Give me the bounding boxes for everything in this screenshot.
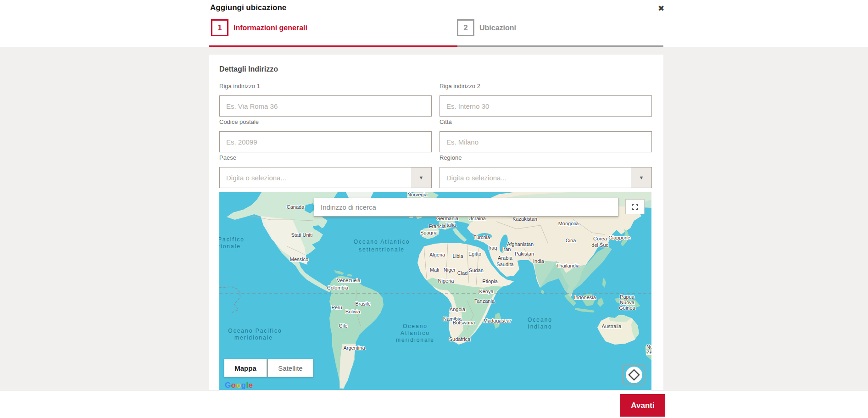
map-label: Nuova bbox=[620, 300, 635, 305]
address2-input[interactable] bbox=[440, 95, 652, 117]
map-label: Botswana bbox=[453, 320, 475, 325]
map-label: Turchia bbox=[473, 234, 490, 240]
pan-control[interactable] bbox=[623, 365, 645, 385]
map-label: Messico bbox=[290, 256, 308, 262]
map-label: Sudafrica bbox=[449, 336, 471, 342]
chevron-down-icon[interactable]: ▼ bbox=[411, 167, 431, 188]
map-label: Arabia bbox=[498, 255, 513, 261]
stepper-step-1[interactable]: 1 Informazioni generali bbox=[211, 19, 307, 36]
map-label: Papua bbox=[620, 294, 635, 300]
map-label: Brasile bbox=[355, 301, 371, 307]
section-title: Dettagli Indirizzo bbox=[219, 65, 278, 73]
country-label: Paese bbox=[219, 154, 236, 161]
map-label: Sudan bbox=[469, 268, 484, 273]
map-label: rionale bbox=[219, 243, 241, 250]
fullscreen-icon bbox=[631, 203, 639, 211]
step-2-label: Ubicazioni bbox=[479, 24, 516, 32]
map-label: Egitto bbox=[468, 251, 481, 256]
country-select[interactable]: Digita o seleziona... ▼ bbox=[219, 167, 432, 188]
map-label: Pacifico bbox=[219, 236, 245, 243]
close-button[interactable]: ✖ bbox=[655, 3, 667, 15]
modal-title: Aggiungi ubicazione bbox=[210, 3, 286, 12]
city-label: Città bbox=[440, 118, 452, 125]
map-label: Australia bbox=[602, 323, 622, 329]
map-label: Norvegia bbox=[407, 192, 428, 197]
city-input[interactable] bbox=[440, 131, 652, 152]
country-select-placeholder: Digita o seleziona... bbox=[220, 174, 411, 182]
map-label: Oceano bbox=[528, 317, 552, 323]
map-label: Venezuela bbox=[337, 278, 361, 283]
map-label: Indiano bbox=[528, 323, 552, 330]
address-card: Dettagli Indirizzo Riga indirizzo 1 Riga… bbox=[209, 55, 663, 390]
add-location-modal: Aggiungi ubicazione ✖ 1 Informazioni gen… bbox=[0, 0, 868, 418]
map-label: Cina bbox=[566, 238, 577, 243]
map-label: Mongolia bbox=[558, 221, 579, 226]
chevron-down-icon[interactable]: ▼ bbox=[631, 167, 651, 188]
progress-bar-inactive bbox=[457, 45, 663, 47]
modal-header: Aggiungi ubicazione ✖ 1 Informazioni gen… bbox=[0, 0, 868, 47]
map-label: Algeria bbox=[429, 252, 445, 257]
step-1-number: 1 bbox=[217, 23, 222, 33]
next-button[interactable]: Avanti bbox=[620, 394, 665, 417]
map-label: Madagascar bbox=[484, 318, 512, 323]
pan-arrows-icon bbox=[626, 367, 642, 383]
address1-label: Riga indirizzo 1 bbox=[219, 83, 260, 89]
postal-code-input[interactable] bbox=[219, 131, 432, 152]
map-label: Colombia bbox=[327, 285, 349, 290]
map-type-map-button[interactable]: Mappa bbox=[224, 359, 267, 377]
map-label: Afghanistan bbox=[507, 241, 534, 247]
address1-input[interactable] bbox=[219, 95, 432, 117]
map-label: Canada bbox=[287, 204, 305, 210]
stepper-step-2[interactable]: 2 Ubicazioni bbox=[457, 19, 516, 36]
map-type-toggle: Mappa Satellite bbox=[224, 359, 313, 377]
map-label: Thailandia bbox=[556, 263, 580, 268]
map-label: Stati Uniti bbox=[291, 232, 312, 238]
map-label: Mali bbox=[430, 267, 439, 273]
map-label: Argentina bbox=[343, 345, 365, 351]
google-logo: Google bbox=[225, 381, 253, 390]
map-container[interactable]: CanadaStati UnitiMessicoVenezuelaColombi… bbox=[219, 192, 651, 390]
map-label: Etiopia bbox=[482, 279, 498, 284]
map-label: Saudita bbox=[496, 262, 514, 267]
map-label: Kenya bbox=[479, 289, 494, 294]
map-type-satellite-button[interactable]: Satellite bbox=[267, 359, 313, 377]
region-label: Regione bbox=[440, 154, 462, 161]
map-label: Atlantico bbox=[401, 330, 430, 336]
map-label: Kazakistan bbox=[512, 216, 537, 222]
postal-code-label: Codice postale bbox=[219, 118, 259, 125]
map-label: Tanzania bbox=[474, 298, 495, 304]
map-label: Nigeria bbox=[438, 278, 455, 284]
progress-bar-active bbox=[209, 45, 457, 47]
map-label: meridionale bbox=[396, 337, 434, 343]
step-1-number-box: 1 bbox=[211, 19, 228, 36]
map-label: Iraq bbox=[489, 245, 497, 251]
region-select-placeholder: Digita o seleziona... bbox=[440, 174, 631, 182]
pan-circle bbox=[626, 367, 642, 383]
map-label: Giappone bbox=[608, 235, 630, 240]
map-label: Angola bbox=[450, 307, 466, 312]
map-label: settentrionale bbox=[359, 246, 405, 253]
map-label: Libia bbox=[452, 253, 463, 259]
map-label: Spagna bbox=[420, 230, 438, 235]
map-label: Oceano Atlantico bbox=[354, 239, 410, 245]
modal-footer: Avanti bbox=[0, 390, 868, 418]
map-label: Guinea bbox=[619, 305, 635, 311]
fullscreen-button[interactable] bbox=[625, 199, 645, 214]
close-icon: ✖ bbox=[658, 4, 664, 13]
step-1-label: Informazioni generali bbox=[234, 24, 307, 32]
map-label: Bolivia bbox=[345, 309, 361, 314]
step-2-number-box: 2 bbox=[457, 19, 474, 36]
map-label: Francia bbox=[429, 223, 446, 229]
step-2-number: 2 bbox=[463, 23, 467, 33]
map-label: Niger bbox=[444, 267, 456, 273]
map-label: Indonesia bbox=[574, 295, 596, 300]
map-search-input[interactable] bbox=[314, 198, 618, 217]
map-label: Italia bbox=[445, 222, 456, 228]
address2-label: Riga indirizzo 2 bbox=[440, 83, 480, 89]
map-label: Ciad bbox=[457, 270, 468, 276]
map-label: Iran bbox=[502, 246, 511, 252]
map-label: India bbox=[533, 258, 545, 264]
map-label: Pakistan bbox=[515, 251, 534, 256]
region-select[interactable]: Digita o seleziona... ▼ bbox=[440, 167, 652, 188]
map-label: Cile bbox=[339, 323, 348, 329]
